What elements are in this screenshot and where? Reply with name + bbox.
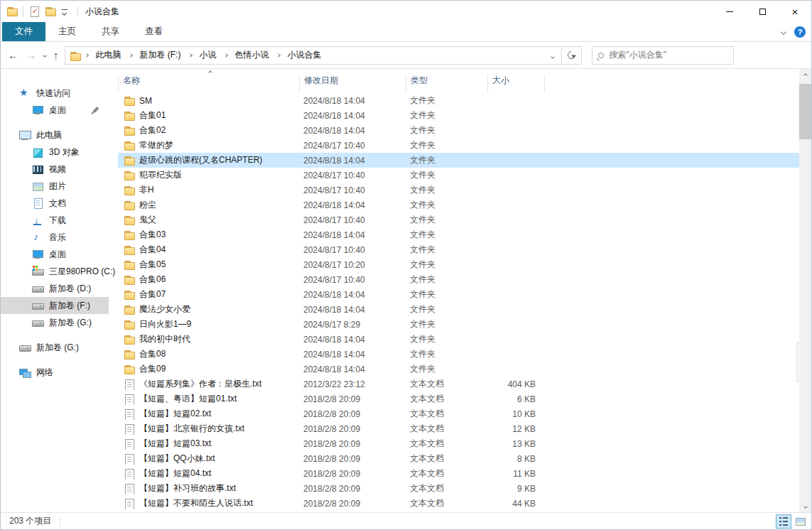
sidebar-item-2[interactable]: 此电脑: [1, 126, 109, 144]
file-row[interactable]: 【短篇】短篇03.txt2018/2/8 20:09文本文档13 KB: [118, 436, 799, 451]
file-row[interactable]: 合集062024/8/17 10:40文件夹: [118, 272, 799, 287]
sidebar-item-label: 快速访问: [36, 87, 70, 99]
file-row[interactable]: 犯罪纪实版2024/8/17 10:40文件夹: [118, 168, 799, 183]
forward-button[interactable]: →: [26, 50, 36, 60]
back-button[interactable]: ←: [8, 50, 18, 60]
help-icon[interactable]: ?: [794, 26, 806, 38]
file-row[interactable]: 我的初中时代2024/8/18 14:04文件夹: [118, 332, 799, 347]
sidebar-item-7[interactable]: 下载: [1, 212, 109, 229]
ribbon-collapse-icon[interactable]: [781, 29, 786, 35]
column-header-date-modified[interactable]: 修改日期: [299, 75, 406, 93]
file-row[interactable]: 合集042024/8/17 10:40文件夹: [118, 242, 799, 257]
file-row[interactable]: 合集082024/8/18 14:04文件夹: [118, 347, 799, 362]
file-name-cell: 【短篇】补习班的故事.txt: [118, 482, 299, 494]
file-name-cell: 合集06: [118, 274, 299, 286]
sidebar-item-15[interactable]: 网络: [1, 364, 109, 381]
file-row[interactable]: 《短篇系列集》作者：皇极生.txt2012/3/22 23:12文本文档404 …: [118, 377, 799, 391]
file-row[interactable]: SM2024/8/18 14:04文件夹: [118, 93, 799, 108]
file-type: 文件夹: [406, 244, 487, 256]
file-name: 超级心跳的课程(又名CHAPTER): [139, 154, 262, 166]
thumbnail-view-button[interactable]: [793, 514, 808, 529]
file-date: 2024/8/17 10:40: [299, 171, 406, 180]
file-row[interactable]: 【短篇】短篇04.txt2018/2/8 20:09文本文档11 KB: [118, 466, 799, 481]
file-type: 文本文档: [406, 482, 487, 494]
file-type: 文件夹: [406, 94, 487, 107]
folder-icon: [124, 170, 135, 181]
folder-icon: [124, 304, 135, 315]
file-row[interactable]: 【短篇、粤语】短篇01.txt2018/2/8 20:09文本文档6 KB: [118, 391, 799, 406]
details-view-button[interactable]: [776, 514, 791, 529]
sidebar-item-9[interactable]: 桌面: [1, 246, 109, 263]
close-button[interactable]: ×: [779, 1, 811, 22]
file-row[interactable]: 【短篇】补习班的故事.txt2018/2/8 20:09文本文档9 KB: [118, 481, 799, 496]
file-name-cell: 非H: [118, 184, 299, 196]
sidebar-item-5[interactable]: 图片: [1, 178, 109, 195]
file-row[interactable]: 【短篇】不要和陌生人说话.txt2018/2/8 20:09文本文档44 KB: [118, 496, 799, 511]
address-dropdown-icon[interactable]: [547, 50, 558, 60]
sidebar-item-10[interactable]: 三星980PRO (C:): [1, 263, 109, 280]
file-row[interactable]: 常做的梦2024/8/17 10:40文件夹: [118, 138, 799, 153]
breadcrumb-item-3[interactable]: 色情小说: [234, 48, 271, 63]
search-box[interactable]: 搜索"小说合集": [592, 46, 734, 65]
file-row[interactable]: 粉尘2024/8/18 14:04文件夹: [118, 198, 799, 212]
sidebar-item-11[interactable]: 新加卷 (D:): [1, 280, 109, 297]
sidebar-item-12[interactable]: 新加卷 (F:): [1, 297, 109, 314]
ribbon-tab-row: 文件主页共享查看 ?: [1, 22, 811, 42]
scroll-up-button[interactable]: [799, 69, 811, 81]
file-row[interactable]: 合集032024/8/18 14:04文件夹: [118, 227, 799, 242]
file-row[interactable]: 合集022024/8/18 14:04文件夹: [118, 123, 799, 138]
file-row[interactable]: 【短篇】北京银行的女孩.txt2018/2/8 20:09文本文档12 KB: [118, 421, 799, 436]
file-row[interactable]: 【短篇】短篇02.txt2018/2/8 20:09文本文档10 KB: [118, 406, 799, 421]
file-row[interactable]: 鬼父2024/8/17 10:40文件夹: [118, 212, 799, 227]
breadcrumb-item-2[interactable]: 小说: [198, 48, 218, 63]
file-row[interactable]: 非H2024/8/17 10:40文件夹: [118, 183, 799, 198]
sidebar-item-1[interactable]: 桌面: [1, 102, 109, 119]
breadcrumb-item-4[interactable]: 小说合集: [286, 48, 323, 63]
refresh-button[interactable]: [562, 46, 582, 65]
ribbon-tab-1[interactable]: 主页: [45, 22, 89, 41]
maximize-button[interactable]: [746, 1, 779, 22]
window-controls: ×: [713, 1, 811, 22]
thumbnail-view-icon: [796, 518, 806, 526]
ribbon-tab-2[interactable]: 共享: [89, 22, 132, 41]
minimize-button[interactable]: [713, 1, 746, 22]
address-bar[interactable]: 此电脑新加卷 (F:)小说色情小说小说合集: [65, 46, 562, 65]
ribbon-tab-0[interactable]: 文件: [2, 22, 45, 41]
sidebar-item-8[interactable]: 音乐: [1, 229, 109, 246]
sidebar-item-4[interactable]: 视频: [1, 161, 109, 178]
new-folder-icon[interactable]: [45, 6, 56, 17]
file-date: 2024/8/17 10:40: [299, 215, 406, 225]
sidebar-item-6[interactable]: 文档: [1, 195, 109, 212]
breadcrumb-item-0[interactable]: 此电脑: [94, 48, 123, 63]
file-name-cell: 合集05: [118, 259, 299, 271]
file-row[interactable]: 合集072024/8/18 14:04文件夹: [118, 287, 799, 302]
scroll-down-button[interactable]: [799, 500, 811, 512]
up-button[interactable]: ↑: [53, 50, 59, 60]
view-mode-buttons: [776, 513, 808, 530]
properties-icon[interactable]: [28, 6, 40, 17]
scrollbar-thumb[interactable]: [799, 84, 811, 139]
folder-icon: [124, 319, 135, 330]
breadcrumb-item-1[interactable]: 新加卷 (F:): [139, 48, 183, 63]
column-header-type[interactable]: 类型: [406, 75, 487, 93]
file-name: 非H: [139, 184, 154, 196]
file-row[interactable]: 合集052024/8/17 10:20文件夹: [118, 257, 799, 272]
column-header-size[interactable]: 大小: [487, 75, 544, 93]
recent-locations-dropdown-icon[interactable]: [43, 53, 47, 58]
file-name-cell: 【短篇】QQ小妹.txt: [118, 453, 299, 465]
file-row[interactable]: 日向火影1—92024/8/17 8:29文件夹: [118, 317, 799, 332]
file-row[interactable]: 【短篇】QQ小妹.txt2018/2/8 20:09文本文档8 KB: [118, 451, 799, 466]
sidebar-item-0[interactable]: 快速访问: [1, 85, 109, 102]
sidebar-item-13[interactable]: 新加卷 (G:): [1, 314, 109, 331]
vertical-scrollbar[interactable]: [799, 69, 811, 512]
column-header-name[interactable]: 名称: [118, 75, 299, 93]
file-row[interactable]: 魔法少女小爱2024/8/18 14:04文件夹: [118, 302, 799, 317]
file-row[interactable]: 超级心跳的课程(又名CHAPTER)2024/8/18 14:04文件夹: [118, 153, 799, 168]
sidebar-item-14[interactable]: 新加卷 (G:): [1, 339, 109, 356]
ribbon-tab-3[interactable]: 查看: [132, 22, 175, 41]
file-row[interactable]: 合集012024/8/18 14:04文件夹: [118, 108, 799, 123]
qat-customize-dropdown-icon[interactable]: [61, 6, 72, 17]
file-row[interactable]: 合集092024/8/18 14:04文件夹: [118, 362, 799, 377]
file-size: 8 KB: [487, 454, 544, 464]
sidebar-item-3[interactable]: 3D 对象: [1, 144, 109, 161]
